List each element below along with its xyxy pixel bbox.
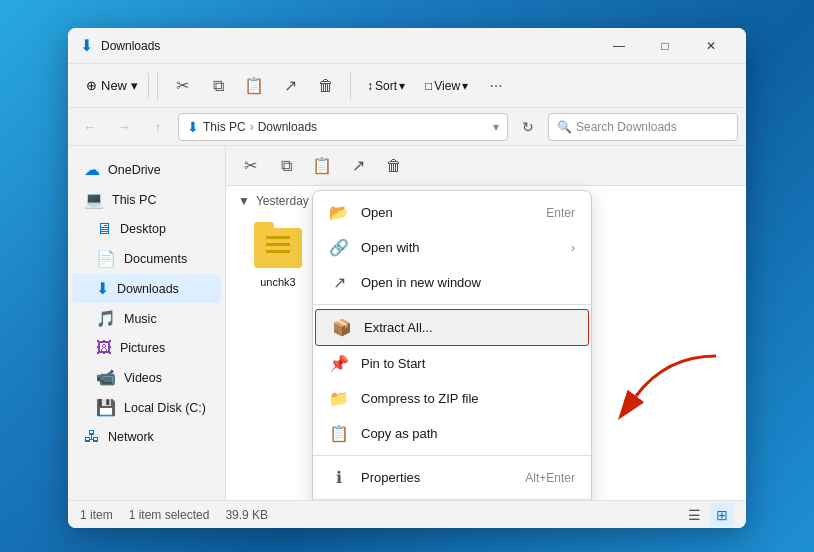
- cm-properties-label: Properties: [361, 470, 513, 485]
- close-button[interactable]: ✕: [688, 30, 734, 62]
- file-name: unchk3: [260, 276, 295, 288]
- path-icon: ⬇: [187, 119, 199, 135]
- sidebar-item-network[interactable]: 🖧 Network: [72, 423, 221, 451]
- cm-item-open-new-window[interactable]: ↗ Open in new window: [313, 265, 591, 300]
- downloads-icon: ⬇: [96, 279, 109, 298]
- sidebar-item-desktop-label: Desktop: [120, 222, 166, 236]
- window-icon: ⬇: [80, 36, 93, 55]
- ctx-paste-button[interactable]: 📋: [306, 150, 338, 182]
- cm-separator-2: [313, 455, 591, 456]
- ctx-copy-button[interactable]: ⧉: [270, 150, 302, 182]
- view-button[interactable]: □ View ▾: [417, 75, 476, 97]
- cm-item-extract-all[interactable]: 📦 Extract All...: [315, 309, 589, 346]
- main-content: ✂ ⧉ 📋 ↗ 🗑 ▼ Yesterday (1): [226, 146, 746, 500]
- copy-path-icon: 📋: [329, 424, 349, 443]
- sidebar-item-desktop[interactable]: 🖥 Desktop: [72, 215, 221, 243]
- pin-to-start-icon: 📌: [329, 354, 349, 373]
- sidebar-item-downloads-label: Downloads: [117, 282, 179, 296]
- new-label: New: [101, 78, 127, 93]
- cm-open-label: Open: [361, 205, 534, 220]
- title-bar: ⬇ Downloads — □ ✕: [68, 28, 746, 64]
- search-icon: 🔍: [557, 120, 572, 134]
- status-size: 39.9 KB: [225, 508, 268, 522]
- address-chevron-icon: ▾: [493, 120, 499, 134]
- sidebar-item-this-pc[interactable]: 💻 This PC: [72, 185, 221, 214]
- search-placeholder: Search Downloads: [576, 120, 677, 134]
- sort-label: Sort: [375, 79, 397, 93]
- sort-icon: ↕: [367, 79, 373, 93]
- refresh-button[interactable]: ↻: [514, 113, 542, 141]
- main-toolbar: ⊕ New ▾ ✂ ⧉ 📋 ↗ 🗑 ↕ Sort ▾ □ View ▾ ···: [68, 64, 746, 108]
- sidebar-item-onedrive-label: OneDrive: [108, 163, 161, 177]
- sidebar-item-music[interactable]: 🎵 Music: [72, 304, 221, 333]
- up-button[interactable]: ↑: [144, 113, 172, 141]
- list-view-button[interactable]: ☰: [682, 503, 706, 527]
- properties-icon: ℹ: [329, 468, 349, 487]
- context-toolbar: ✂ ⧉ 📋 ↗ 🗑: [226, 146, 746, 186]
- cm-item-compress-zip[interactable]: 📁 Compress to ZIP file: [313, 381, 591, 416]
- sidebar-item-videos[interactable]: 📹 Videos: [72, 363, 221, 392]
- maximize-button[interactable]: □: [642, 30, 688, 62]
- paste-button[interactable]: 📋: [238, 70, 270, 102]
- view-label: View: [434, 79, 460, 93]
- cut-button[interactable]: ✂: [166, 70, 198, 102]
- breadcrumb-this-pc: This PC: [203, 120, 246, 134]
- status-selected: 1 item selected: [129, 508, 210, 522]
- delete-button[interactable]: 🗑: [310, 70, 342, 102]
- minimize-button[interactable]: —: [596, 30, 642, 62]
- sidebar-item-this-pc-label: This PC: [112, 193, 156, 207]
- cm-open-with-label: Open with: [361, 240, 559, 255]
- sidebar-item-local-disk[interactable]: 💾 Local Disk (C:): [72, 393, 221, 422]
- sidebar-item-onedrive[interactable]: ☁ OneDrive: [72, 155, 221, 184]
- cm-item-properties[interactable]: ℹ Properties Alt+Enter: [313, 460, 591, 495]
- videos-icon: 📹: [96, 368, 116, 387]
- desktop-icon: 🖥: [96, 220, 112, 238]
- grid-view-button[interactable]: ⊞: [710, 503, 734, 527]
- sidebar-item-network-label: Network: [108, 430, 154, 444]
- documents-icon: 📄: [96, 249, 116, 268]
- cm-pin-to-start-label: Pin to Start: [361, 356, 575, 371]
- pictures-icon: 🖼: [96, 339, 112, 357]
- forward-button[interactable]: →: [110, 113, 138, 141]
- file-item-unchk3[interactable]: unchk3: [238, 216, 318, 296]
- cm-item-open-with[interactable]: 🔗 Open with ›: [313, 230, 591, 265]
- extract-all-icon: 📦: [332, 318, 352, 337]
- onedrive-icon: ☁: [84, 160, 100, 179]
- cm-copy-path-label: Copy as path: [361, 426, 575, 441]
- new-icon: ⊕: [86, 78, 97, 93]
- ctx-share-button[interactable]: ↗: [342, 150, 374, 182]
- back-button[interactable]: ←: [76, 113, 104, 141]
- date-group-chevron-icon: ▼: [238, 194, 250, 208]
- copy-button[interactable]: ⧉: [202, 70, 234, 102]
- ctx-cut-button[interactable]: ✂: [234, 150, 266, 182]
- sidebar-item-downloads[interactable]: ⬇ Downloads: [72, 274, 221, 303]
- sidebar-item-pictures-label: Pictures: [120, 341, 165, 355]
- music-icon: 🎵: [96, 309, 116, 328]
- compress-zip-icon: 📁: [329, 389, 349, 408]
- open-with-arrow-icon: ›: [571, 241, 575, 255]
- sidebar-item-pictures[interactable]: 🖼 Pictures: [72, 334, 221, 362]
- view-icon: □: [425, 79, 432, 93]
- new-button[interactable]: ⊕ New ▾: [76, 72, 149, 99]
- sidebar-item-videos-label: Videos: [124, 371, 162, 385]
- sidebar-item-local-disk-label: Local Disk (C:): [124, 401, 206, 415]
- sidebar-item-music-label: Music: [124, 312, 157, 326]
- address-bar: ← → ↑ ⬇ This PC › Downloads ▾ ↻ 🔍 Search…: [68, 108, 746, 146]
- cm-item-pin-to-start[interactable]: 📌 Pin to Start: [313, 346, 591, 381]
- sidebar-item-documents-label: Documents: [124, 252, 187, 266]
- highlight-arrow: [606, 346, 726, 426]
- ctx-delete-button[interactable]: 🗑: [378, 150, 410, 182]
- more-button[interactable]: ···: [480, 70, 512, 102]
- share-button[interactable]: ↗: [274, 70, 306, 102]
- cm-separator-1: [313, 304, 591, 305]
- sort-button[interactable]: ↕ Sort ▾: [359, 75, 413, 97]
- address-box[interactable]: ⬇ This PC › Downloads ▾: [178, 113, 508, 141]
- breadcrumb-sep-1: ›: [250, 120, 254, 134]
- sidebar-item-documents[interactable]: 📄 Documents: [72, 244, 221, 273]
- search-box[interactable]: 🔍 Search Downloads: [548, 113, 738, 141]
- cm-item-copy-path[interactable]: 📋 Copy as path: [313, 416, 591, 451]
- cm-item-open[interactable]: 📂 Open Enter: [313, 195, 591, 230]
- content-area: ☁ OneDrive 💻 This PC 🖥 Desktop 📄 Documen…: [68, 146, 746, 500]
- this-pc-icon: 💻: [84, 190, 104, 209]
- new-chevron-icon: ▾: [131, 78, 138, 93]
